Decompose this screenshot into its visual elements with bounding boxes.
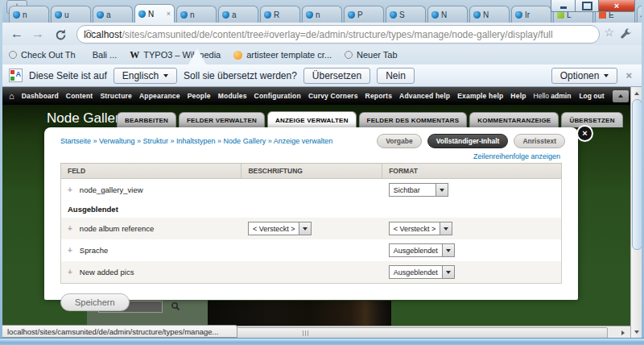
view-mode-pill[interactable]: Vorgabe <box>377 134 421 148</box>
overlay-tabs: BEARBEITEN FELDER VERWALTEN ANZEIGE VERW… <box>117 106 623 127</box>
bookmark-label: Bali ... <box>93 50 118 60</box>
translate-button[interactable]: Übersetzen <box>303 68 370 84</box>
format-select[interactable]: Ausgeblendet <box>389 243 455 257</box>
admin-menu-item[interactable]: Appearance <box>139 92 180 100</box>
save-button[interactable]: Speichern <box>60 293 130 311</box>
minimize-button[interactable] <box>551 0 576 12</box>
browser-toolbar: ← → localhost/sites/camsunited/de/conten… <box>2 23 642 45</box>
address-bar[interactable]: localhost/sites/camsunited/de/content/tr… <box>76 25 600 44</box>
tab-title: P <box>357 10 363 19</box>
bookmarks-bar: Check Out Th Bali ... W TYPO3 – Wikipedi… <box>2 45 642 64</box>
bookmark-label: artisteer template cr... <box>246 50 332 60</box>
table-section-row: Ausgeblendet <box>61 201 562 218</box>
view-mode-pill[interactable]: Anrisstext <box>514 134 565 148</box>
label-select[interactable]: < Versteckt > <box>248 222 312 235</box>
browser-tab[interactable]: P <box>344 6 384 23</box>
field-name: Sprache <box>80 246 108 255</box>
home-icon[interactable]: ⌂ <box>9 91 14 101</box>
bookmark-item[interactable]: Bali ... <box>89 50 118 60</box>
bookmark-favicon-icon <box>345 51 353 59</box>
field-name: node album reference <box>80 224 154 233</box>
overlay-tab[interactable]: ÜBERSETZEN <box>561 112 622 127</box>
close-window-button[interactable]: × <box>599 0 635 12</box>
scroll-down-button[interactable] <box>631 326 642 337</box>
scroll-up-button[interactable] <box>631 88 642 98</box>
options-button[interactable]: Optionen <box>551 68 618 84</box>
field-name: New added pics <box>80 268 134 276</box>
language-select[interactable]: Englisch <box>114 68 177 84</box>
browser-tab[interactable]: n <box>9 6 49 23</box>
format-select[interactable]: < Versteckt > <box>389 222 453 235</box>
bookmark-item[interactable]: Check Out Th <box>9 50 76 60</box>
bookmark-star-icon[interactable]: ☆ <box>604 26 614 39</box>
admin-menu-item[interactable]: Content <box>66 92 93 100</box>
browser-tab[interactable]: n <box>176 6 217 23</box>
browser-tab[interactable]: R <box>260 6 300 23</box>
view-mode-pill[interactable]: Vollständiger-Inhalt <box>427 134 509 148</box>
reload-button[interactable] <box>51 24 70 47</box>
browser-tab[interactable]: N <box>427 6 468 23</box>
bookmark-item[interactable]: artisteer template cr... <box>233 50 332 60</box>
drupal-admin-toolbar: ⌂ DashboardContentStructureAppearancePeo… <box>2 87 630 105</box>
settings-wrench-button[interactable] <box>617 27 634 41</box>
show-row-weights-link[interactable]: Zeilenreihenfolge anzeigen <box>60 152 560 160</box>
browser-tab[interactable]: N × <box>134 4 175 23</box>
no-translate-button[interactable]: Nein <box>377 68 415 84</box>
tab-favicon-icon <box>264 11 271 19</box>
forward-button[interactable]: → <box>28 24 47 44</box>
bookmark-label: Neuer Tab <box>357 50 398 60</box>
drag-handle-icon[interactable]: + <box>68 224 72 233</box>
drag-handle-icon[interactable]: + <box>68 246 72 255</box>
format-select[interactable]: Ausgeblendet <box>389 265 455 279</box>
drag-handle-icon[interactable]: + <box>68 268 72 276</box>
back-button[interactable]: ← <box>7 24 27 44</box>
format-select[interactable]: Sichtbar <box>389 183 448 197</box>
tab-favicon-icon <box>306 11 313 19</box>
drag-handle-icon[interactable]: + <box>68 185 72 194</box>
chevron-down-icon <box>163 74 168 77</box>
select-arrow-icon <box>299 222 311 235</box>
admin-menu-item[interactable]: Structure <box>100 92 132 100</box>
admin-menu-item[interactable]: Curvy Corners <box>308 92 358 100</box>
overlay-tab[interactable]: KOMMENTARANZEIGE <box>469 112 559 127</box>
admin-menu-item[interactable]: Advanced help <box>399 92 450 100</box>
browser-tab[interactable]: n <box>302 6 342 23</box>
browser-tab[interactable]: a <box>218 6 258 23</box>
admin-menu-item[interactable]: Help <box>510 92 526 100</box>
bookmark-favicon-icon <box>233 51 242 60</box>
maximize-button[interactable] <box>576 0 599 12</box>
tab-close-icon[interactable]: × <box>167 10 171 18</box>
display-fields-table: FELD BESCHRIFTUNG FORMAT +node_gallery_v… <box>60 163 562 284</box>
overlay-tab[interactable]: FELDER VERWALTEN <box>179 112 265 127</box>
browser-tab[interactable]: u <box>51 6 91 23</box>
overlay-tab[interactable]: BEARBEITEN <box>117 112 176 127</box>
tab-favicon-icon <box>431 11 439 19</box>
overlay-close-button[interactable]: × <box>576 125 593 142</box>
tab-favicon-icon <box>55 11 62 19</box>
admin-menu-item[interactable]: Dashboard <box>22 92 59 100</box>
window-controls: × <box>551 0 635 12</box>
admin-menu-item[interactable]: Configuration <box>254 92 301 100</box>
browser-tab[interactable]: S <box>386 6 426 23</box>
bookmark-item[interactable]: Neuer Tab <box>345 50 398 60</box>
overlay-tab[interactable]: ANZEIGE VERWALTEN <box>267 111 357 127</box>
admin-menu-item[interactable]: People <box>188 92 211 100</box>
toolbar-toggle-button[interactable] <box>613 90 629 102</box>
vertical-scrollbar[interactable] <box>630 87 642 338</box>
status-bar: localhost/sites/camsunited/de/admin/stru… <box>2 325 237 338</box>
page-security-icon[interactable] <box>85 30 93 38</box>
admin-menu-item[interactable]: Modules <box>218 92 247 100</box>
infobar-close-icon[interactable]: × <box>625 69 635 81</box>
scroll-right-button[interactable] <box>617 328 629 337</box>
browser-tab[interactable]: Ir <box>511 6 551 23</box>
browser-tab[interactable]: a <box>93 6 133 23</box>
admin-menu-item[interactable]: Example help <box>457 92 503 100</box>
browser-tab[interactable]: N <box>469 6 510 23</box>
overlay-tab[interactable]: FELDER DES KOMMENTARS <box>359 112 468 127</box>
bookmark-item[interactable]: W TYPO3 – Wikipedia <box>130 50 221 60</box>
logout-link[interactable]: Log out <box>579 92 604 100</box>
tab-title: Ir <box>525 10 530 19</box>
tab-title: S <box>399 10 405 19</box>
admin-menu-item[interactable]: Reports <box>365 92 393 100</box>
field-name: node_gallery_view <box>80 185 143 194</box>
